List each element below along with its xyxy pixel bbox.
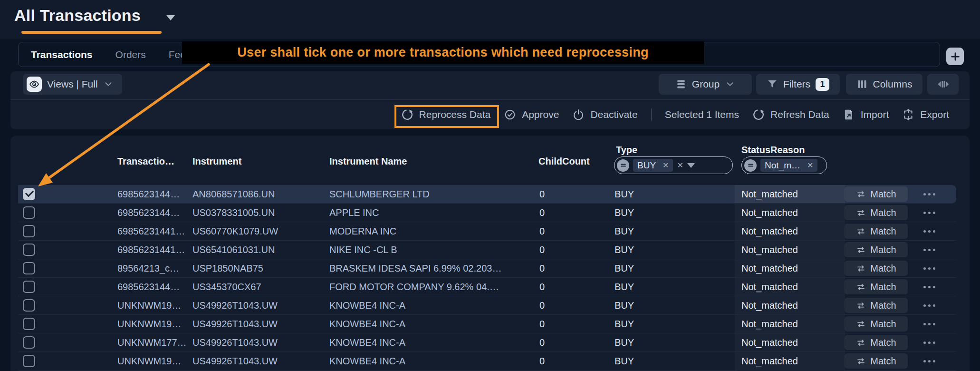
match-button[interactable]: Match (845, 335, 908, 350)
filter-operator-icon[interactable] (744, 159, 757, 172)
filters-count-badge: 1 (816, 78, 829, 91)
type-filter-dropdown-icon[interactable] (687, 163, 695, 168)
row-menu-button[interactable] (918, 352, 941, 370)
actions-separator (651, 108, 652, 121)
match-button[interactable]: Match (845, 316, 908, 332)
type-filter-pill[interactable]: BUY ✕ ✕ (614, 156, 733, 174)
row-checkbox[interactable] (23, 225, 35, 237)
annotation-text: User shall tick one or more transactions… (237, 45, 648, 60)
collapse-panels-button[interactable] (927, 74, 959, 95)
row-menu-button[interactable] (918, 333, 941, 351)
cell-statusreason: Not_matched (735, 222, 845, 240)
match-button-label: Match (870, 282, 896, 293)
cell-childcount: 0 (539, 356, 545, 367)
row-checkbox[interactable] (23, 206, 35, 219)
column-header-statusreason[interactable]: StatusReason (741, 145, 805, 156)
match-button[interactable]: Match (845, 261, 908, 276)
statusreason-value: Not_matched (741, 356, 798, 367)
cell-instrument-name: BRASKEM IDESA SAPI 6.99% 02.203… (329, 263, 501, 274)
tab-orders[interactable]: Orders (115, 49, 146, 60)
reprocess-icon (401, 108, 413, 121)
tab-transactions[interactable]: Transactions (31, 49, 93, 60)
row-checkbox[interactable] (23, 188, 35, 200)
columns-button[interactable]: Columns (846, 74, 922, 95)
cell-instrument: US60770K1079.UW (192, 226, 278, 237)
table-row[interactable]: 6985623144… US0378331005.UN APPLE INC 0 … (18, 204, 956, 222)
import-label: Import (861, 109, 889, 120)
row-checkbox[interactable] (23, 262, 35, 274)
row-menu-button[interactable] (918, 296, 941, 314)
table-row[interactable]: 6985623144… US345370CX67 FORD MOTOR COMP… (18, 278, 956, 296)
column-header-type[interactable]: Type (616, 145, 637, 156)
type-filter-chip[interactable]: BUY ✕ (633, 159, 673, 172)
match-button[interactable]: Match (845, 353, 908, 369)
eye-icon (27, 77, 42, 92)
reprocess-data-button[interactable]: Reprocess Data (401, 108, 491, 121)
match-button[interactable]: Match (845, 186, 908, 202)
filters-button-label: Filters (783, 78, 810, 90)
match-button[interactable]: Match (845, 279, 908, 294)
table-row[interactable]: 89564213_c… USP1850NAB75 BRASKEM IDESA S… (18, 259, 956, 278)
cell-instrument: US49926T1043.UW (192, 300, 278, 311)
table-row[interactable]: UNKNWM177… US49926T1043.UW KNOWBE4 INC-A… (18, 333, 956, 352)
column-header-childcount[interactable]: ChildCount (538, 156, 590, 167)
filter-operator-icon[interactable] (617, 159, 629, 172)
match-button[interactable]: Match (845, 205, 908, 220)
row-menu-button[interactable] (918, 222, 941, 240)
row-menu-button[interactable] (918, 259, 941, 277)
row-checkbox[interactable] (23, 355, 35, 367)
cell-instrument-name: KNOWBE4 INC-A (329, 356, 405, 367)
table-row[interactable]: UNKNWM19… US49926T1043.UW KNOWBE4 INC-A … (18, 296, 956, 315)
deactivate-button[interactable]: Deactivate (572, 108, 637, 121)
cell-instrument-name: KNOWBE4 INC-A (329, 337, 405, 348)
match-button[interactable]: Match (845, 224, 908, 239)
table-row[interactable]: 6985623144… AN8068571086.UN SCHLUMBERGER… (18, 185, 956, 204)
export-button[interactable]: Export (902, 108, 949, 121)
match-button[interactable]: Match (845, 298, 908, 313)
column-header-instrument-name[interactable]: Instrument Name (329, 156, 407, 167)
page-title: All Transactions (14, 6, 141, 25)
row-menu-button[interactable] (918, 315, 941, 333)
row-checkbox[interactable] (23, 244, 35, 256)
swap-arrows-icon (856, 226, 866, 236)
cell-childcount: 0 (539, 207, 545, 218)
remove-type-filter-icon[interactable]: ✕ (663, 162, 669, 169)
statusreason-filter-pill[interactable]: Not_m… ✕ (741, 156, 827, 174)
row-menu-button[interactable] (918, 278, 941, 296)
title-underline (21, 31, 162, 34)
approve-button[interactable]: Approve (504, 108, 559, 121)
group-button[interactable]: Group (659, 74, 752, 95)
table-row[interactable]: UNKNWM19… US49926T1043.UW KNOWBE4 INC-A … (18, 315, 956, 333)
match-button-label: Match (870, 263, 896, 274)
table-row[interactable]: UNKNWM19… US49926T1043.UW KNOWBE4 INC-A … (18, 352, 956, 371)
row-checkbox[interactable] (23, 318, 35, 330)
import-button[interactable]: Import (843, 108, 889, 121)
row-checkbox[interactable] (23, 299, 35, 312)
column-header-instrument[interactable]: Instrument (192, 156, 241, 167)
filters-button[interactable]: Filters 1 (756, 74, 840, 95)
match-button[interactable]: Match (845, 242, 908, 257)
cell-childcount: 0 (539, 319, 545, 330)
table-row[interactable]: 69856231441… US60770K1079.UW MODERNA INC… (18, 222, 956, 241)
export-label: Export (920, 109, 949, 120)
table-row[interactable]: 69856231441… US6541061031.UN NIKE INC -C… (18, 241, 956, 259)
row-checkbox[interactable] (23, 281, 35, 293)
cell-transaction-id: 6985623144… (117, 189, 180, 200)
add-tab-button[interactable] (946, 48, 964, 65)
statusreason-value: Not_matched (741, 300, 798, 311)
row-menu-button[interactable] (918, 241, 941, 259)
row-menu-button[interactable] (918, 185, 941, 203)
cell-childcount: 0 (539, 244, 545, 255)
refresh-data-button[interactable]: Refresh Data (752, 108, 829, 121)
clear-type-filter-icon[interactable]: ✕ (677, 162, 683, 169)
statusreason-filter-chip[interactable]: Not_m… ✕ (760, 159, 817, 172)
statusreason-value: Not_matched (741, 244, 798, 255)
title-dropdown-caret-icon[interactable] (166, 15, 175, 20)
row-checkbox[interactable] (23, 336, 35, 349)
views-selector-button[interactable]: Views | Full (23, 74, 122, 95)
column-header-transaction[interactable]: Transactio… (117, 156, 174, 167)
statusreason-value: Not_matched (741, 282, 798, 293)
remove-statusreason-filter-icon[interactable]: ✕ (807, 162, 813, 169)
cell-instrument: US0378331005.UN (192, 207, 275, 218)
row-menu-button[interactable] (918, 204, 941, 222)
